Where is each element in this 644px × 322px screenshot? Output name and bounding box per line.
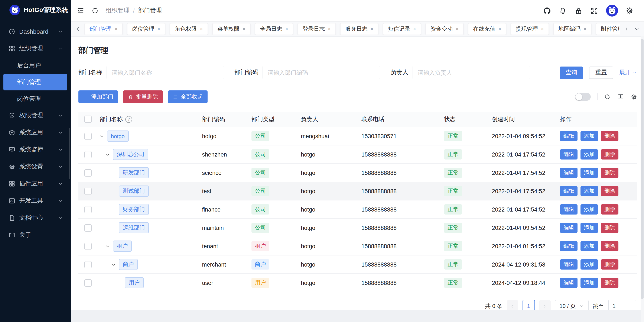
- edit-button[interactable]: 编辑: [560, 259, 578, 269]
- edit-button[interactable]: 编辑: [560, 223, 578, 233]
- delete-button[interactable]: 删除: [601, 168, 618, 178]
- row-expand-chevron-icon[interactable]: [99, 133, 104, 139]
- tab-close-icon[interactable]: ×: [200, 27, 203, 32]
- tree-view-toggle[interactable]: [575, 93, 591, 101]
- next-page-button[interactable]: [539, 300, 550, 310]
- add-button[interactable]: 添加: [580, 278, 598, 288]
- delete-button[interactable]: 删除: [601, 259, 618, 269]
- fullscreen-icon[interactable]: [590, 7, 598, 15]
- sidebar-subitem-岗位管理[interactable]: 岗位管理: [4, 90, 67, 107]
- add-button[interactable]: 添加: [580, 149, 598, 160]
- row-expand-chevron-icon[interactable]: [111, 262, 116, 267]
- sidebar-subitem-部门管理[interactable]: 部门管理: [4, 74, 67, 90]
- row-expand-chevron-icon[interactable]: [105, 243, 110, 249]
- sidebar-item-2[interactable]: 权限管理: [0, 107, 71, 124]
- search-input-部门编码[interactable]: [262, 66, 380, 79]
- tab-服务日志[interactable]: 服务日志×: [340, 23, 378, 35]
- tab-菜单权限[interactable]: 菜单权限×: [212, 23, 250, 35]
- current-page-button[interactable]: 1: [522, 300, 535, 310]
- avatar[interactable]: [606, 5, 618, 17]
- sidebar-item-4[interactable]: 系统监控: [0, 141, 71, 158]
- tab-在线充值[interactable]: 在线充值×: [468, 23, 506, 35]
- collapse-all-button[interactable]: 全部收起: [168, 90, 208, 103]
- row-checkbox[interactable]: [84, 132, 92, 140]
- delete-button[interactable]: 删除: [601, 278, 618, 288]
- tab-登录日志[interactable]: 登录日志×: [298, 23, 336, 35]
- delete-button[interactable]: 删除: [601, 131, 618, 141]
- query-button[interactable]: 查询: [560, 66, 583, 79]
- refresh-icon[interactable]: [91, 7, 99, 15]
- batch-delete-button[interactable]: 批量删除: [123, 90, 163, 103]
- tab-部门管理[interactable]: 部门管理×: [84, 23, 123, 35]
- tab-close-icon[interactable]: ×: [541, 27, 544, 32]
- delete-button[interactable]: 删除: [601, 149, 618, 160]
- table-refresh-icon[interactable]: [604, 93, 611, 100]
- tabs-scroll-left-icon[interactable]: [75, 26, 81, 32]
- page-size-select[interactable]: 10 / 页: [555, 300, 588, 310]
- edit-button[interactable]: 编辑: [560, 278, 578, 288]
- sidebar-item-9[interactable]: 关于: [0, 226, 71, 243]
- delete-button[interactable]: 删除: [601, 241, 618, 251]
- github-icon[interactable]: [543, 7, 551, 15]
- tab-close-icon[interactable]: ×: [584, 27, 586, 32]
- tab-close-icon[interactable]: ×: [456, 27, 458, 32]
- tab-地区编码[interactable]: 地区编码×: [553, 23, 592, 35]
- edit-button[interactable]: 编辑: [560, 204, 578, 214]
- sidebar-item-5[interactable]: 系统设置: [0, 158, 71, 175]
- window-scrollbar-track[interactable]: [640, 36, 644, 322]
- tabs-scroll-right-icon[interactable]: [624, 26, 630, 32]
- sidebar-scrollbar-thumb[interactable]: [68, 128, 70, 179]
- jump-page-input[interactable]: [608, 300, 636, 310]
- tabs-dropdown-icon[interactable]: [634, 26, 640, 32]
- window-scrollbar-thumb[interactable]: [641, 39, 644, 299]
- tab-短信记录[interactable]: 短信记录×: [383, 23, 421, 35]
- add-button[interactable]: 添加: [580, 186, 598, 196]
- row-checkbox[interactable]: [84, 224, 92, 231]
- breadcrumb-parent[interactable]: 组织管理: [106, 7, 130, 15]
- tab-close-icon[interactable]: ×: [413, 27, 416, 32]
- tab-附件管理[interactable]: 附件管理×: [596, 23, 620, 35]
- department-name-tag[interactable]: 用户: [125, 277, 144, 288]
- department-name-tag[interactable]: 测试部门: [119, 186, 149, 197]
- app-logo[interactable]: HotGo管理系统: [0, 0, 71, 20]
- help-icon[interactable]: ?: [125, 116, 132, 123]
- sidebar-item-7[interactable]: 开发工具: [0, 192, 71, 209]
- row-expand-chevron-icon[interactable]: [105, 152, 110, 157]
- tab-角色权限[interactable]: 角色权限×: [170, 23, 208, 35]
- tab-岗位管理[interactable]: 岗位管理×: [127, 23, 165, 35]
- tab-close-icon[interactable]: ×: [328, 27, 331, 32]
- sidebar-item-3[interactable]: 系统应用: [0, 124, 71, 141]
- sidebar-item-6[interactable]: 插件应用: [0, 175, 71, 192]
- department-name-tag[interactable]: 商户: [119, 259, 138, 270]
- row-checkbox[interactable]: [84, 169, 92, 176]
- row-checkbox[interactable]: [84, 242, 92, 250]
- row-checkbox[interactable]: [84, 261, 92, 268]
- add-button[interactable]: 添加: [580, 131, 598, 141]
- sidebar-item-0[interactable]: Dashboard: [0, 23, 71, 40]
- row-checkbox[interactable]: [84, 187, 92, 195]
- search-input-负责人[interactable]: [412, 66, 530, 79]
- add-button[interactable]: 添加: [580, 241, 598, 251]
- department-name-tag[interactable]: 运维部门: [119, 222, 149, 233]
- department-name-tag[interactable]: 财务部门: [119, 204, 149, 215]
- row-density-icon[interactable]: [617, 93, 624, 100]
- row-checkbox[interactable]: [84, 279, 92, 286]
- menu-fold-icon[interactable]: [77, 7, 84, 15]
- tab-close-icon[interactable]: ×: [157, 27, 160, 32]
- settings-gear-icon[interactable]: [626, 7, 634, 15]
- add-department-button[interactable]: 添加部门: [78, 90, 118, 103]
- search-input-部门名称[interactable]: [106, 66, 224, 79]
- add-button[interactable]: 添加: [580, 259, 598, 269]
- tab-close-icon[interactable]: ×: [115, 27, 118, 32]
- department-name-tag[interactable]: 研发部门: [119, 167, 149, 178]
- edit-button[interactable]: 编辑: [560, 168, 578, 178]
- edit-button[interactable]: 编辑: [560, 131, 578, 141]
- add-button[interactable]: 添加: [580, 204, 598, 214]
- department-name-tag[interactable]: hotgo: [107, 131, 128, 142]
- reset-button[interactable]: 重置: [589, 66, 613, 79]
- tab-close-icon[interactable]: ×: [498, 27, 501, 32]
- add-button[interactable]: 添加: [580, 168, 598, 178]
- bell-icon[interactable]: [559, 7, 567, 15]
- select-all-checkbox[interactable]: [84, 116, 92, 123]
- tab-资金变动[interactable]: 资金变动×: [425, 23, 464, 35]
